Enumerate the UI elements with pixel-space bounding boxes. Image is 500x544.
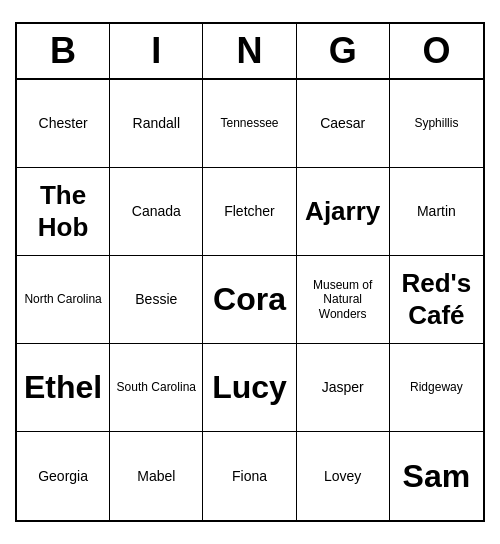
bingo-cell: South Carolina [110,344,203,432]
header-letter: G [297,24,390,78]
bingo-grid: ChesterRandallTennesseeCaesarSyphillisTh… [17,80,483,520]
bingo-cell: Mabel [110,432,203,520]
bingo-header: BINGO [17,24,483,80]
bingo-cell: Canada [110,168,203,256]
bingo-cell: Jasper [297,344,390,432]
bingo-cell: Martin [390,168,483,256]
bingo-cell: Georgia [17,432,110,520]
bingo-cell: Randall [110,80,203,168]
bingo-cell: Fletcher [203,168,296,256]
bingo-cell: North Carolina [17,256,110,344]
bingo-cell: Red's Café [390,256,483,344]
header-letter: O [390,24,483,78]
header-letter: I [110,24,203,78]
bingo-cell: Chester [17,80,110,168]
bingo-cell: Syphillis [390,80,483,168]
bingo-cell: Caesar [297,80,390,168]
header-letter: N [203,24,296,78]
bingo-cell: Fiona [203,432,296,520]
bingo-cell: Cora [203,256,296,344]
bingo-cell: Ridgeway [390,344,483,432]
bingo-cell: Ajarry [297,168,390,256]
bingo-card: BINGO ChesterRandallTennesseeCaesarSyphi… [15,22,485,522]
bingo-cell: Sam [390,432,483,520]
bingo-cell: Museum of Natural Wonders [297,256,390,344]
bingo-cell: Tennessee [203,80,296,168]
bingo-cell: Bessie [110,256,203,344]
header-letter: B [17,24,110,78]
bingo-cell: Lucy [203,344,296,432]
bingo-cell: Lovey [297,432,390,520]
bingo-cell: The Hob [17,168,110,256]
bingo-cell: Ethel [17,344,110,432]
